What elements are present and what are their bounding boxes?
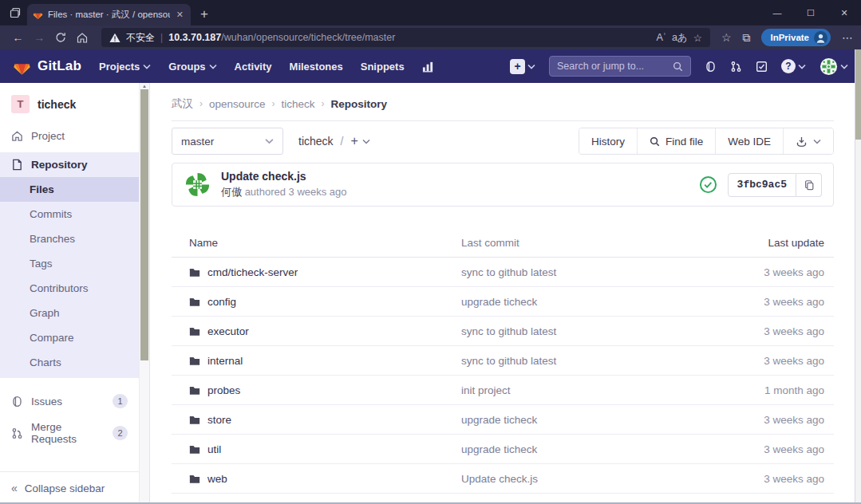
last-update-time: 3 weeks ago (714, 266, 834, 278)
table-row[interactable]: executor sync to github latest 3 weeks a… (172, 317, 834, 346)
new-menu-button[interactable]: + (510, 59, 535, 74)
sidebar-item-tags[interactable]: Tags (0, 251, 139, 276)
tab-close-icon[interactable]: ✕ (175, 10, 185, 20)
commit-message-link[interactable]: Update check.js (461, 473, 714, 485)
inprivate-badge[interactable]: InPrivate (761, 29, 831, 46)
page-scrollbar[interactable] (855, 49, 861, 504)
history-button[interactable]: History (579, 128, 637, 154)
pipeline-status-passed-icon[interactable] (699, 175, 717, 194)
sidebar-item-contributors[interactable]: Contributors (0, 276, 139, 301)
sidebar-item-branches[interactable]: Branches (0, 226, 139, 251)
commit-message-link[interactable]: init project (461, 384, 714, 396)
copy-sha-button[interactable] (796, 173, 822, 197)
search-input[interactable] (557, 61, 673, 72)
nav-projects[interactable]: Projects (99, 61, 151, 73)
add-file-button[interactable]: + (350, 134, 369, 148)
todos-nav-icon[interactable] (756, 61, 768, 73)
back-icon[interactable]: ← (8, 31, 28, 44)
address-bar[interactable]: 不安全 | 10.3.70.187/wuhan/opensource/tiche… (101, 28, 710, 47)
table-row[interactable]: config upgrade ticheck 3 weeks ago (172, 287, 834, 317)
find-file-button[interactable]: Find file (637, 128, 715, 154)
breadcrumb-separator: › (322, 98, 325, 109)
commit-sha[interactable]: 3fbc9ac5 (728, 173, 796, 197)
security-warning-icon (109, 33, 120, 43)
read-aloud-icon[interactable]: Aʾ (656, 32, 666, 43)
nav-groups[interactable]: Groups (168, 61, 216, 73)
commit-message-link[interactable]: sync to github latest (461, 355, 714, 367)
file-name-link[interactable]: config (207, 296, 236, 308)
sidebar-item-compare[interactable]: Compare (0, 325, 139, 350)
sidebar-item-merge-requests[interactable]: Merge Requests 2 (0, 415, 139, 451)
commit-message-link[interactable]: sync to github latest (461, 325, 714, 337)
sidebar-item-charts[interactable]: Charts (0, 350, 139, 375)
sidebar-scrollbar[interactable]: ▲ (139, 83, 150, 504)
url-path: /wuhan/opensource/ticheck/tree/master (221, 32, 395, 43)
translate-icon[interactable]: aあ (672, 31, 688, 45)
browser-menu-icon[interactable]: ⋯ (842, 31, 853, 44)
nav-milestones[interactable]: Milestones (290, 61, 343, 73)
table-row[interactable]: web Update check.js 3 weeks ago (172, 464, 834, 494)
commit-message-link[interactable]: upgrade ticheck (461, 296, 714, 308)
download-button[interactable] (783, 128, 833, 154)
sidebar-item-issues[interactable]: Issues 1 (0, 388, 139, 415)
table-row[interactable]: store upgrade ticheck 3 weeks ago (172, 405, 834, 435)
table-row[interactable]: cmd/ticheck-server sync to github latest… (172, 258, 834, 287)
refresh-icon[interactable] (51, 32, 71, 43)
issues-nav-icon[interactable] (705, 61, 717, 73)
page-scrollbar-thumb[interactable] (855, 49, 861, 140)
breadcrumb-subgroup[interactable]: opensource (209, 98, 266, 110)
commit-title-link[interactable]: Update check.js (221, 170, 347, 183)
commit-author-avatar (184, 171, 211, 199)
commit-message-link[interactable]: upgrade ticheck (461, 414, 714, 426)
new-tab-button[interactable]: + (200, 6, 208, 22)
window-minimize-button[interactable]: — (760, 0, 794, 26)
favorites-bar-icon[interactable]: ☆ (721, 31, 732, 44)
url-text[interactable]: 10.3.70.187/wuhan/opensource/ticheck/tre… (168, 32, 650, 43)
table-row[interactable]: util upgrade ticheck 3 weeks ago (172, 435, 834, 464)
window-close-button[interactable]: ✕ (827, 0, 861, 26)
sidebar-project-header[interactable]: T ticheck (0, 83, 139, 124)
file-name-link[interactable]: executor (207, 325, 249, 337)
table-row[interactable]: internal sync to github latest 3 weeks a… (172, 346, 834, 376)
forward-icon[interactable]: → (30, 31, 49, 44)
file-name-link[interactable]: cmd/ticheck-server (207, 266, 298, 278)
nav-snippets[interactable]: Snippets (361, 61, 405, 73)
merge-requests-nav-icon[interactable] (730, 61, 742, 73)
file-name-link[interactable]: internal (207, 355, 243, 367)
file-name-link[interactable]: store (207, 414, 231, 426)
nav-activity[interactable]: Activity (235, 61, 272, 73)
tab-preview-icon[interactable] (10, 7, 21, 18)
statistics-chart-icon[interactable] (422, 61, 434, 73)
table-row[interactable]: probes init project 1 month ago (172, 376, 834, 405)
commit-author-link[interactable]: 何傲 (221, 186, 242, 198)
file-name-link[interactable]: util (207, 443, 221, 455)
breadcrumb-project[interactable]: ticheck (282, 98, 315, 110)
collapse-sidebar-button[interactable]: « Collapse sidebar (0, 471, 139, 504)
sidebar-item-files[interactable]: Files (0, 177, 139, 202)
help-menu[interactable]: ? (781, 59, 806, 73)
user-menu[interactable] (820, 57, 848, 76)
browser-tab[interactable]: Files · master · 武汉 / opensourc ✕ (27, 4, 191, 26)
sidebar-item-graph[interactable]: Graph (0, 301, 139, 325)
web-ide-button[interactable]: Web IDE (715, 128, 783, 154)
repo-root-link[interactable]: ticheck (298, 135, 334, 148)
scroll-up-arrow-icon[interactable]: ▲ (140, 84, 149, 89)
security-label[interactable]: 不安全 (126, 31, 155, 45)
sidebar-item-commits[interactable]: Commits (0, 202, 139, 226)
window-maximize-button[interactable]: ☐ (794, 0, 827, 26)
home-icon[interactable] (72, 32, 92, 43)
commit-message-link[interactable]: upgrade ticheck (461, 443, 714, 455)
collections-icon[interactable]: ⧉ (742, 31, 750, 45)
commit-message-link[interactable]: sync to github latest (461, 266, 714, 278)
branch-selector[interactable]: master (172, 128, 283, 155)
file-name-link[interactable]: probes (207, 384, 240, 396)
breadcrumb-group[interactable]: 武汉 (172, 96, 193, 111)
global-search[interactable] (549, 56, 691, 77)
sidebar-item-project[interactable]: Project (0, 124, 139, 148)
copy-icon (804, 179, 815, 191)
add-favorite-icon[interactable]: ☆ (693, 32, 702, 44)
sidebar-item-repository[interactable]: Repository (0, 152, 139, 177)
sidebar-scrollbar-thumb[interactable] (140, 89, 148, 360)
gitlab-logo[interactable]: GitLab (13, 57, 81, 76)
file-name-link[interactable]: web (207, 473, 227, 485)
